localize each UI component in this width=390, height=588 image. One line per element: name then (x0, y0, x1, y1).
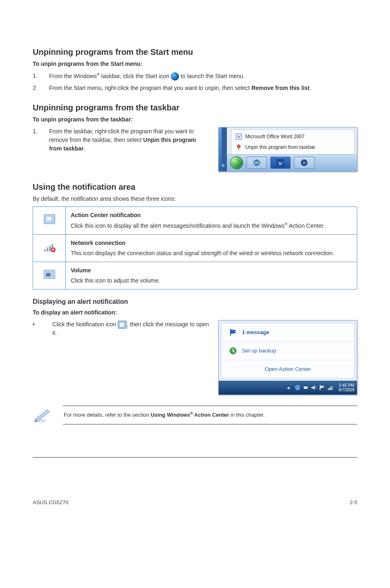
jumplist-item-word[interactable]: W Microsoft Office Word 2007 (231, 131, 354, 142)
svg-rect-11 (307, 387, 308, 388)
jumplist-item-label: Microsoft Office Word 2007 (245, 133, 305, 140)
steps-unpin-start: 1. From the Windows® taskbar, click the … (33, 72, 357, 92)
svg-point-2 (237, 145, 240, 148)
tray-volume-icon (311, 384, 317, 391)
backup-icon (229, 347, 237, 355)
left-column: • Click the Notification icon , then cli… (33, 320, 210, 337)
alert-message-text: 1 message (242, 328, 269, 337)
right-column: 1 message Set up backup Open Action Cent… (218, 320, 357, 395)
start-orb-icon[interactable] (230, 156, 243, 169)
volume-icon (44, 270, 55, 279)
unpin-icon (235, 144, 242, 150)
alert-row-message[interactable]: 1 message (222, 323, 354, 342)
step-text: From the Windows® taskbar, click the Sta… (49, 72, 357, 81)
taskbar-button-word[interactable]: W (270, 157, 291, 169)
note-text: For more details, refer to the section U… (63, 406, 357, 424)
word-icon: W (276, 158, 285, 167)
icon-cell (33, 206, 66, 234)
step-number: 2. (33, 84, 49, 92)
sub-display-alert: To display an alert notification: (33, 308, 357, 317)
text: to launch the Start menu. (181, 73, 244, 79)
step-number: 1. (33, 72, 49, 81)
alert-row-open[interactable]: Open Action Center (222, 360, 354, 378)
tray-time: 5:45 PM (338, 383, 354, 388)
svg-rect-16 (332, 386, 332, 390)
tray-flag-icon (319, 384, 325, 391)
icon-cell: ✕ (33, 234, 66, 262)
step-text: From the Start menu, right-click the pro… (49, 84, 357, 92)
alert-row-backup[interactable]: Set up backup (222, 342, 354, 360)
step-2: 2. From the Start menu, right-click the … (33, 84, 357, 92)
text: From the Windows (49, 73, 97, 79)
svg-rect-13 (328, 388, 329, 390)
text: in this chapter. (229, 412, 264, 418)
cell-title: Action Center notification (71, 211, 352, 220)
notification-table: Action Center notification Click this ic… (33, 206, 357, 290)
tray-clock: 5:45 PM 9/7/2009 (338, 383, 354, 392)
taskbar-mock: W (227, 154, 357, 171)
sub-unpin-taskbar: To unpin programs from the taskbar: (33, 115, 357, 124)
bullet-text: Click the Notification icon , then click… (52, 320, 210, 337)
two-column-layout: 1. From the taskbar, right-click the pro… (33, 127, 357, 172)
right-column: B W Microsoft Office Word 2007 (218, 127, 357, 172)
jumplist-menu: W Microsoft Office Word 2007 Unpin this … (231, 129, 354, 154)
start-orb-icon (171, 72, 179, 81)
system-tray-mock: 5:45 PM 9/7/2009 (219, 381, 357, 395)
tray-power-icon (303, 384, 309, 391)
bold-text: Action Center (193, 412, 229, 418)
bold-text: Using Windows (150, 412, 190, 418)
desc-cell: Network connection This icon displays th… (66, 234, 357, 262)
heading-notification-area: Using the notification area (33, 181, 357, 193)
bold-text: Remove from this list (251, 85, 309, 91)
text: For more details, refer to the section (64, 412, 150, 418)
tray-date: 9/7/2009 (338, 388, 354, 392)
step-1: 1. From the Windows® taskbar, click the … (33, 72, 357, 81)
tray-network-icon (327, 384, 334, 391)
reg-mark: ® (190, 411, 193, 415)
pencil-icon (33, 407, 52, 423)
intro-text: By default, the notification area shows … (33, 195, 357, 203)
taskbar-button-ie[interactable] (247, 157, 267, 169)
cell-title: Network connection (71, 239, 352, 247)
network-icon: ✕ (44, 242, 55, 251)
svg-marker-12 (312, 385, 315, 390)
alert-backup-text: Set up backup (242, 347, 276, 355)
alert-open-text: Open Action Center (264, 365, 311, 373)
cell-body: Click this icon to display all the alert… (71, 221, 352, 230)
footer-right: 2-5 (350, 498, 357, 507)
tray-expand-icon[interactable] (287, 387, 290, 389)
page-footer: ASUS CG5270 2-5 (33, 498, 357, 507)
icon-cell (33, 262, 66, 289)
cell-title: Volume (71, 266, 352, 275)
step-number: 1. (33, 127, 49, 153)
desc-cell: Action Center notification Click this ic… (66, 206, 357, 234)
ie-icon (252, 158, 261, 167)
svg-text:W: W (278, 161, 283, 166)
svg-rect-15 (330, 387, 331, 390)
word-icon: W (235, 133, 242, 140)
jumplist-item-unpin[interactable]: Unpin this program from taskbar (231, 142, 354, 153)
table-row: Action Center notification Click this ic… (33, 206, 357, 234)
heading-unpin-start: Unpinning programs from the Start menu (33, 46, 357, 58)
note-block: For more details, refer to the section U… (33, 406, 357, 424)
tray-shield-icon (294, 384, 301, 391)
list-item: • Click the Notification icon , then cli… (33, 320, 210, 337)
notification-flag-icon (118, 321, 127, 329)
reg-mark: ® (97, 72, 100, 76)
table-row: ✕ Network connection This icon displays … (33, 234, 357, 262)
taskbar-button-media[interactable] (294, 157, 314, 169)
text: . (309, 85, 311, 91)
svg-rect-3 (238, 148, 239, 150)
step-text: From the taskbar, right-click the progra… (49, 127, 210, 153)
jumplist-edge (219, 128, 222, 171)
text: Click the Notification icon (52, 321, 118, 328)
text: Action Center. (287, 222, 325, 229)
two-column-layout: • Click the Notification icon , then cli… (33, 320, 357, 395)
svg-rect-14 (329, 388, 330, 390)
jumplist-item-label: Unpin this program from taskbar (245, 144, 315, 151)
bullet-list: • Click the Notification icon , then cli… (33, 320, 210, 337)
jumplist-side-tab: B (222, 128, 227, 171)
steps-unpin-taskbar: 1. From the taskbar, right-click the pro… (33, 127, 210, 153)
step-1: 1. From the taskbar, right-click the pro… (33, 127, 210, 153)
footer-rule (33, 457, 357, 458)
